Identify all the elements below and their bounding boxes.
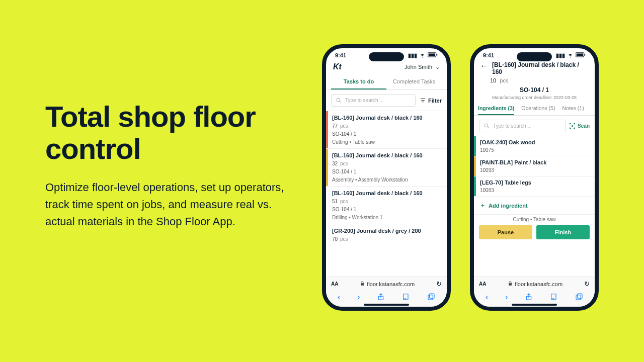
reload-icon[interactable]: ↻ [436, 280, 442, 288]
svg-rect-12 [577, 54, 583, 56]
scan-icon [569, 123, 576, 129]
share-icon[interactable] [525, 293, 533, 303]
ingredient-search[interactable]: Type to search ... [479, 120, 566, 132]
tabs-icon[interactable] [575, 293, 583, 303]
task-row[interactable]: [GR-200] Journal desk / grey / 20070 pcs [326, 224, 447, 245]
user-name: John Smith [405, 64, 432, 70]
filter-icon [420, 97, 426, 104]
detail-so: SO-104 / 1 [474, 86, 595, 94]
task-qty: 77 pcs [332, 123, 442, 129]
nav-back-icon[interactable]: ‹ [338, 293, 340, 303]
dynamic-island [517, 52, 552, 61]
status-time: 9:41 [483, 52, 494, 58]
ingredient-name: [OAK-240] Oak wood [480, 139, 590, 145]
ingredient-row[interactable]: [LEG-70] Table legs10083 [474, 176, 595, 197]
ingredient-name: [LEG-70] Table legs [480, 179, 590, 186]
marketing-copy: Total shop floor control Optimize floor-… [45, 101, 297, 230]
tab-operations[interactable]: Operations (5) [521, 103, 555, 115]
phone-detail: 9:41 ▮▮▮ ← [BL-160] Journal desk / black… [470, 44, 599, 311]
url-text[interactable]: floor.katanasfc.com [515, 281, 562, 287]
ingredient-code: 10083 [480, 188, 590, 193]
svg-point-3 [337, 98, 340, 102]
chevron-down-icon: ⌄ [435, 64, 440, 70]
search-icon [484, 123, 490, 129]
task-so: SO-104 / 1 [332, 131, 442, 137]
detail-deadline: Manufacturing order deadline: 2022-03-28 [474, 95, 595, 100]
nav-back-icon[interactable]: ‹ [486, 293, 488, 303]
scan-button[interactable]: Scan [569, 123, 590, 129]
signal-icon: ▮▮▮ [556, 52, 565, 59]
task-row[interactable]: [BL-160] Journal desk / black / 16032 pc… [326, 148, 447, 186]
detail-qty: 10 [490, 77, 496, 83]
task-op: Drilling • Workstation 1 [332, 215, 442, 220]
ingredient-code: 10075 [480, 147, 590, 153]
task-qty: 32 pcs [332, 161, 442, 166]
add-ingredient-button[interactable]: ＋ Add ingredient [474, 197, 595, 214]
task-accent [326, 149, 328, 186]
reader-aa[interactable]: AA [331, 281, 338, 287]
task-title: [BL-160] Journal desk / black / 160 [332, 190, 442, 196]
bookmarks-icon[interactable] [402, 293, 410, 303]
wifi-icon [419, 52, 426, 59]
signal-icon: ▮▮▮ [408, 52, 417, 59]
back-button[interactable]: ← [480, 61, 488, 70]
ingredient-row[interactable]: [OAK-240] Oak wood10075 [474, 136, 595, 156]
status-time: 9:41 [335, 52, 346, 58]
share-icon[interactable] [377, 293, 385, 303]
ingredient-accent [474, 156, 476, 176]
home-indicator [512, 304, 557, 306]
app-logo: Kt [333, 62, 342, 71]
ingredient-code: 10093 [480, 167, 590, 173]
filter-button[interactable]: Filter [420, 97, 442, 104]
detail-unit: pcs [500, 77, 508, 83]
subcopy: Optimize floor-level operations, set up … [45, 179, 297, 230]
task-qty: 70 pcs [332, 236, 442, 242]
task-so: SO-104 / 1 [332, 207, 442, 212]
nav-forward-icon[interactable]: › [505, 293, 508, 303]
svg-rect-2 [437, 54, 438, 55]
svg-rect-9 [430, 294, 434, 298]
ingredient-row[interactable]: [PAINT-BLA] Paint / black10093 [474, 156, 595, 176]
ingredient-accent [474, 176, 476, 196]
svg-point-16 [572, 125, 573, 126]
task-qty: 51 pcs [332, 199, 442, 204]
battery-icon [576, 52, 586, 58]
tabs-icon[interactable] [427, 293, 435, 303]
home-indicator [364, 304, 409, 306]
plus-icon: ＋ [480, 202, 486, 209]
task-accent [326, 224, 328, 245]
svg-rect-13 [585, 54, 586, 55]
finish-button[interactable]: Finish [536, 225, 590, 239]
detail-title: [BL-160] Journal desk / black / 160 [492, 61, 589, 75]
task-accent [326, 111, 328, 148]
svg-rect-19 [576, 295, 581, 300]
task-title: [BL-160] Journal desk / black / 160 [332, 152, 442, 158]
svg-line-15 [488, 127, 489, 128]
reader-aa[interactable]: AA [479, 281, 486, 287]
user-menu[interactable]: John Smith ⌄ [405, 64, 440, 70]
operation-line: Cutting • Table saw [474, 215, 595, 225]
task-row[interactable]: [BL-160] Journal desk / black / 16051 pc… [326, 186, 447, 224]
svg-line-4 [340, 101, 341, 103]
task-title: [BL-160] Journal desk / black / 160 [332, 115, 442, 121]
task-so: SO-104 / 1 [332, 169, 442, 174]
ingredient-accent [474, 136, 476, 156]
tab-tasks-todo[interactable]: Tasks to do [331, 75, 386, 89]
nav-forward-icon[interactable]: › [357, 293, 360, 303]
tab-ingredients[interactable]: Ingredients (3) [478, 103, 514, 115]
lock-icon [360, 281, 365, 287]
url-text[interactable]: floor.katanasfc.com [367, 281, 415, 287]
search-input[interactable]: Type to search ... [331, 94, 416, 107]
task-op: Assembly • Assembly Workstation [332, 177, 442, 183]
task-row[interactable]: [BL-160] Journal desk / black / 16077 pc… [326, 111, 447, 148]
pause-button[interactable]: Pause [479, 225, 532, 239]
tab-completed[interactable]: Completed Tasks [386, 75, 442, 89]
search-placeholder: Type to search ... [345, 98, 384, 103]
task-title: [GR-200] Journal desk / grey / 200 [332, 228, 442, 234]
svg-point-14 [485, 124, 488, 127]
reload-icon[interactable]: ↻ [584, 280, 590, 288]
tab-notes[interactable]: Notes (1) [562, 103, 584, 115]
dynamic-island [369, 52, 404, 61]
phone-tasks: 9:41 ▮▮▮ Kt John Smith ⌄ Tasks to do Com… [322, 44, 451, 311]
bookmarks-icon[interactable] [550, 293, 558, 303]
